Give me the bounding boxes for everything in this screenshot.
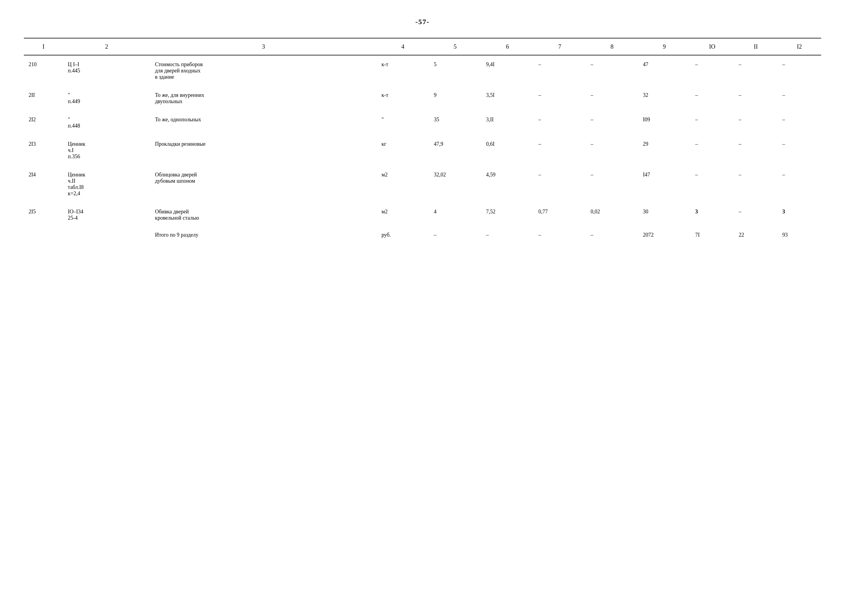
row-id: 2II <box>24 86 63 111</box>
row-price: 3,II <box>481 111 534 135</box>
total-empty-col1 <box>24 227 63 243</box>
table-row: 2I3 Ценник ч.I п.356 Прокладки резиновые… <box>24 135 821 166</box>
row-price: 4,59 <box>481 166 534 202</box>
table-row: 2I2 " п.448 То же, однопольных " 35 3,II… <box>24 111 821 135</box>
table-row: 210 Ц I–I п.445 Стоимость приборов для д… <box>24 55 821 86</box>
page-number: -57- <box>24 18 821 26</box>
total-label: Итого по 9 разделу <box>150 227 377 243</box>
header-col-8: 8 <box>586 38 638 55</box>
row-description: То же, для внуренних двупольных <box>150 86 377 111</box>
row-source: IO–I34 25-4 <box>63 202 150 227</box>
row-val10: – <box>690 111 734 135</box>
row-val12: – <box>778 135 821 166</box>
row-val8: – <box>586 86 638 111</box>
row-val10: – <box>690 166 734 202</box>
total-val6: – <box>481 227 534 243</box>
row-val12: 3 <box>778 202 821 227</box>
row-val7: – <box>534 111 586 135</box>
total-val7: – <box>534 227 586 243</box>
table-header-row: I 2 3 4 5 6 7 8 9 IO II I2 <box>24 38 821 55</box>
row-val7: – <box>534 166 586 202</box>
row-unit: " <box>377 111 429 135</box>
row-val7: 0,77 <box>534 202 586 227</box>
row-source: Ц I–I п.445 <box>63 55 150 86</box>
table-total-row: Итого по 9 разделу руб. – – – – 2072 7I … <box>24 227 821 243</box>
row-val7: – <box>534 55 586 86</box>
row-unit: м2 <box>377 202 429 227</box>
row-description: Облицовка дверей дубовым шпоном <box>150 166 377 202</box>
row-unit: к-т <box>377 86 429 111</box>
total-empty-col2 <box>63 227 150 243</box>
row-val10: – <box>690 55 734 86</box>
row-val11: – <box>734 111 778 135</box>
row-val11: – <box>734 166 778 202</box>
row-qty: 47,9 <box>429 135 481 166</box>
row-val8: – <box>586 135 638 166</box>
row-val10: – <box>690 135 734 166</box>
row-val9: I09 <box>638 111 690 135</box>
header-col-9: 9 <box>638 38 690 55</box>
row-val11: – <box>734 86 778 111</box>
header-col-10: IO <box>690 38 734 55</box>
row-val9: I47 <box>638 166 690 202</box>
header-col-12: I2 <box>778 38 821 55</box>
total-val12: 93 <box>778 227 821 243</box>
total-unit: руб. <box>377 227 429 243</box>
row-price: 3,5I <box>481 86 534 111</box>
row-description: То же, однопольных <box>150 111 377 135</box>
row-unit: кг <box>377 135 429 166</box>
row-qty: 35 <box>429 111 481 135</box>
table-row: 2I5 IO–I34 25-4 Обивка дверей кровельной… <box>24 202 821 227</box>
row-qty: 5 <box>429 55 481 86</box>
row-id: 2I2 <box>24 111 63 135</box>
row-val9: 47 <box>638 55 690 86</box>
row-id: 210 <box>24 55 63 86</box>
row-source: " п.449 <box>63 86 150 111</box>
row-val7: – <box>534 135 586 166</box>
header-col-2: 2 <box>63 38 150 55</box>
row-val12: – <box>778 166 821 202</box>
row-val12: – <box>778 111 821 135</box>
row-qty: 32,02 <box>429 166 481 202</box>
row-id: 2I3 <box>24 135 63 166</box>
row-description: Прокладки резиновые <box>150 135 377 166</box>
row-val9: 30 <box>638 202 690 227</box>
total-val5: – <box>429 227 481 243</box>
row-val8: 0,02 <box>586 202 638 227</box>
row-val10: 3 <box>690 202 734 227</box>
table-row: 2II " п.449 То же, для внуренних двуполь… <box>24 86 821 111</box>
row-unit: м2 <box>377 166 429 202</box>
row-id: 2I4 <box>24 166 63 202</box>
row-val9: 32 <box>638 86 690 111</box>
row-source: " п.448 <box>63 111 150 135</box>
main-table: I 2 3 4 5 6 7 8 9 IO II I2 210 Ц I–I п.4… <box>24 38 821 243</box>
total-val9: 2072 <box>638 227 690 243</box>
header-col-1: I <box>24 38 63 55</box>
row-val12: – <box>778 55 821 86</box>
row-source: Ценник ч.II табл.I8 к=2,4 <box>63 166 150 202</box>
row-val7: – <box>534 86 586 111</box>
row-val10: – <box>690 86 734 111</box>
row-description: Стоимость приборов для дверей входных в … <box>150 55 377 86</box>
row-source: Ценник ч.I п.356 <box>63 135 150 166</box>
row-unit: к-т <box>377 55 429 86</box>
row-qty: 4 <box>429 202 481 227</box>
row-price: 7,52 <box>481 202 534 227</box>
header-col-4: 4 <box>377 38 429 55</box>
header-col-5: 5 <box>429 38 481 55</box>
header-col-7: 7 <box>534 38 586 55</box>
row-val11: – <box>734 135 778 166</box>
row-price: 9,4I <box>481 55 534 86</box>
row-val8: – <box>586 111 638 135</box>
row-val8: – <box>586 166 638 202</box>
total-val10: 7I <box>690 227 734 243</box>
row-description: Обивка дверей кровельной сталью <box>150 202 377 227</box>
row-price: 0,6I <box>481 135 534 166</box>
row-id: 2I5 <box>24 202 63 227</box>
header-col-11: II <box>734 38 778 55</box>
total-val8: – <box>586 227 638 243</box>
total-val11: 22 <box>734 227 778 243</box>
row-qty: 9 <box>429 86 481 111</box>
row-val11: – <box>734 202 778 227</box>
row-val12: – <box>778 86 821 111</box>
